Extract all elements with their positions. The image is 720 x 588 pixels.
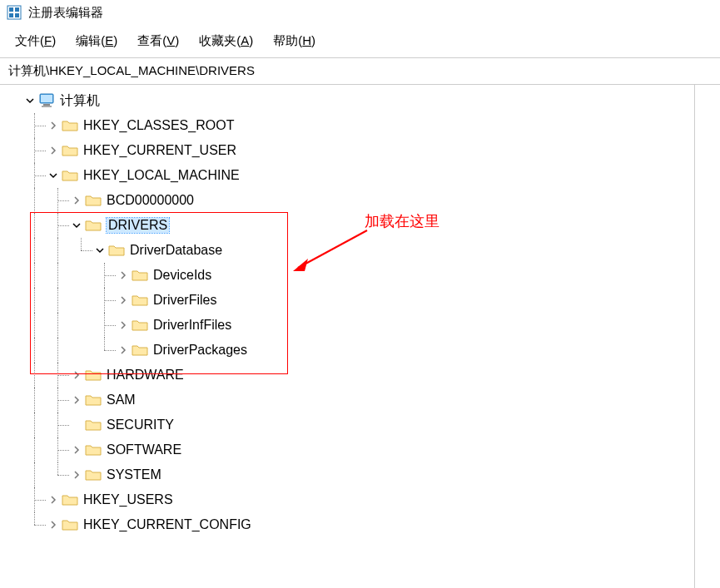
tree-label-security: SECURITY bbox=[107, 418, 174, 432]
tree-row-software[interactable]: SOFTWARE bbox=[0, 437, 694, 462]
tree-row-security[interactable]: SECURITY bbox=[0, 413, 694, 437]
tree-row-sam[interactable]: SAM bbox=[0, 388, 694, 413]
tree-label-hklm: HKEY_LOCAL_MACHINE bbox=[83, 168, 240, 183]
expander-icon[interactable] bbox=[47, 146, 60, 155]
tree-label-hku: HKEY_USERS bbox=[83, 492, 173, 507]
tree-label-software: SOFTWARE bbox=[107, 442, 181, 457]
menu-edit[interactable]: 编辑(E) bbox=[66, 30, 127, 52]
expander-icon[interactable] bbox=[47, 496, 60, 504]
tree-label-driverpackages: DriverPackages bbox=[153, 343, 247, 358]
tree-row-drivers[interactable]: DRIVERS bbox=[0, 213, 694, 238]
window-title: 注册表编辑器 bbox=[28, 5, 103, 21]
svg-rect-4 bbox=[15, 13, 19, 17]
expander-icon[interactable] bbox=[117, 296, 130, 304]
tree-row-hkcr[interactable]: HKEY_CLASSES_ROOT bbox=[0, 113, 694, 138]
tree-row-driverinffiles[interactable]: DriverInfFiles bbox=[0, 313, 694, 338]
expander-icon[interactable] bbox=[47, 521, 60, 529]
folder-icon bbox=[85, 192, 102, 209]
folder-icon bbox=[62, 142, 78, 159]
expander-icon[interactable] bbox=[70, 221, 83, 230]
svg-rect-8 bbox=[42, 106, 52, 107]
menu-view[interactable]: 查看(V) bbox=[127, 30, 189, 52]
tree-label-bcd: BCD00000000 bbox=[107, 193, 194, 208]
tree-label-drivers: DRIVERS bbox=[107, 218, 169, 233]
svg-rect-6 bbox=[41, 95, 52, 102]
svg-rect-7 bbox=[43, 104, 50, 106]
folder-icon bbox=[132, 267, 148, 284]
tree-label-deviceids: DeviceIds bbox=[153, 268, 211, 283]
menu-help[interactable]: 帮助(H) bbox=[263, 30, 325, 52]
address-bar[interactable]: 计算机\HKEY_LOCAL_MACHINE\DRIVERS bbox=[0, 57, 720, 85]
folder-icon bbox=[132, 292, 148, 309]
tree-label-hkcu: HKEY_CURRENT_USER bbox=[83, 143, 236, 158]
tree-row-deviceids[interactable]: DeviceIds bbox=[0, 263, 694, 288]
tree-label-root: 计算机 bbox=[60, 92, 100, 110]
tree-label-driverfiles: DriverFiles bbox=[153, 293, 216, 308]
menu-favorites[interactable]: 收藏夹(A) bbox=[189, 30, 263, 52]
tree-label-system: SYSTEM bbox=[107, 467, 161, 482]
expander-icon[interactable] bbox=[47, 171, 60, 180]
expander-icon[interactable] bbox=[117, 346, 130, 354]
tree-row-driverfiles[interactable]: DriverFiles bbox=[0, 288, 694, 313]
folder-icon bbox=[85, 442, 102, 458]
tree-row-hkcc[interactable]: HKEY_CURRENT_CONFIG bbox=[0, 512, 694, 537]
tree-row-driverpackages[interactable]: DriverPackages bbox=[0, 338, 694, 363]
expander-icon[interactable] bbox=[70, 471, 83, 479]
svg-rect-3 bbox=[9, 13, 13, 17]
menu-bar: 文件(F) 编辑(E) 查看(V) 收藏夹(A) 帮助(H) bbox=[0, 25, 720, 57]
expander-icon[interactable] bbox=[93, 246, 107, 254]
folder-icon bbox=[62, 492, 78, 508]
computer-icon bbox=[38, 92, 55, 109]
folder-icon bbox=[132, 342, 148, 358]
address-text: 计算机\HKEY_LOCAL_MACHINE\DRIVERS bbox=[8, 63, 255, 77]
title-bar: 注册表编辑器 bbox=[0, 0, 720, 25]
tree-row-hku[interactable]: HKEY_USERS bbox=[0, 487, 694, 512]
svg-rect-2 bbox=[15, 7, 19, 12]
folder-icon bbox=[62, 117, 78, 134]
folder-icon bbox=[85, 392, 102, 408]
tree-pane[interactable]: 计算机 HKEY_CLASSES_ROOT bbox=[0, 85, 695, 588]
expander-icon[interactable] bbox=[70, 396, 83, 404]
expander-icon[interactable] bbox=[47, 121, 60, 130]
tree-label-driverdb: DriverDatabase bbox=[130, 243, 222, 258]
registry-tree: 计算机 HKEY_CLASSES_ROOT bbox=[0, 88, 694, 537]
values-pane[interactable] bbox=[695, 85, 720, 588]
folder-icon bbox=[108, 242, 125, 259]
folder-icon bbox=[85, 367, 102, 383]
tree-label-sam: SAM bbox=[107, 393, 136, 408]
tree-row-hkcu[interactable]: HKEY_CURRENT_USER bbox=[0, 138, 694, 163]
expander-icon[interactable] bbox=[70, 446, 83, 454]
folder-icon bbox=[85, 217, 102, 234]
regedit-icon bbox=[7, 5, 22, 20]
tree-label-hardware: HARDWARE bbox=[107, 368, 184, 383]
tree-row-root[interactable]: 计算机 bbox=[0, 88, 694, 113]
tree-label-hkcc: HKEY_CURRENT_CONFIG bbox=[83, 517, 251, 532]
expander-icon[interactable] bbox=[70, 371, 83, 379]
tree-row-hklm[interactable]: HKEY_LOCAL_MACHINE bbox=[0, 163, 694, 188]
tree-row-bcd[interactable]: BCD00000000 bbox=[0, 188, 694, 213]
expander-icon[interactable] bbox=[70, 196, 83, 205]
tree-row-system[interactable]: SYSTEM bbox=[0, 462, 694, 487]
folder-icon bbox=[85, 467, 102, 483]
expander-icon[interactable] bbox=[117, 271, 130, 279]
expander-icon[interactable] bbox=[117, 321, 130, 329]
tree-label-hkcr: HKEY_CLASSES_ROOT bbox=[83, 118, 234, 133]
svg-rect-1 bbox=[9, 7, 13, 12]
menu-file[interactable]: 文件(F) bbox=[5, 30, 66, 52]
folder-icon bbox=[85, 417, 102, 433]
tree-row-hardware[interactable]: HARDWARE bbox=[0, 363, 694, 388]
folder-icon bbox=[62, 167, 78, 184]
tree-label-driverinffiles: DriverInfFiles bbox=[153, 318, 231, 333]
expander-icon[interactable] bbox=[23, 96, 37, 105]
folder-icon bbox=[62, 516, 78, 533]
tree-row-driverdb[interactable]: DriverDatabase bbox=[0, 238, 694, 263]
folder-icon bbox=[132, 317, 148, 334]
